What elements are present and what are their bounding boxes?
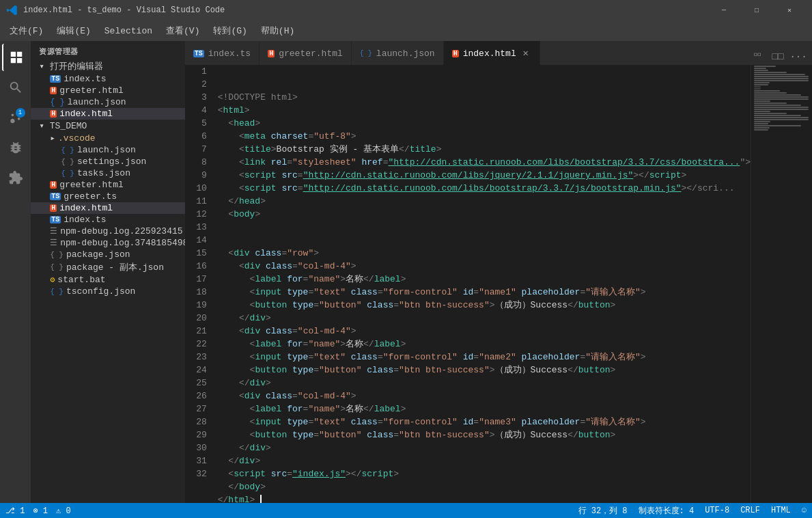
tab-launch-json[interactable]: { } launch.json <box>352 41 444 65</box>
file-label: tasks.json <box>77 168 130 178</box>
open-file-index-html[interactable]: H index.html <box>31 108 185 120</box>
line-numbers: 1234567891011121314151617181920212223242… <box>185 65 212 503</box>
line-number: 16 <box>185 260 207 273</box>
activity-extensions[interactable] <box>2 164 29 191</box>
activity-explorer[interactable] <box>2 44 29 71</box>
open-file-label: index.html <box>59 109 113 119</box>
close-button[interactable]: ✕ <box>774 0 805 21</box>
line-number: 3 <box>185 91 207 104</box>
line-number: 5 <box>185 117 207 130</box>
open-editors-section[interactable]: ▾ 打开的编辑器 <box>31 59 185 73</box>
more-actions-button[interactable]: ··· <box>790 49 807 65</box>
package-json[interactable]: { } package.json <box>31 249 185 260</box>
index-ts[interactable]: TS index.ts <box>31 214 185 226</box>
menu-view[interactable]: 查看(V) <box>160 23 205 38</box>
tsconfig-json[interactable]: { } tsconfig.json <box>31 286 185 297</box>
package-copy-json[interactable]: { } package - 副本.json <box>31 260 185 274</box>
minimap-line <box>754 109 809 110</box>
line-number: 21 <box>185 325 207 338</box>
line-endings-status[interactable]: CRLF <box>740 506 760 515</box>
vscode-folder[interactable]: ▸ .vscode <box>31 132 185 144</box>
errors-status[interactable]: ⊗ 1 <box>33 506 48 516</box>
editor-area: TS index.ts H greeter.html { } launch.js… <box>185 41 812 503</box>
code-line: </div> <box>218 377 751 390</box>
layout-button[interactable]: □□ <box>770 49 786 65</box>
line-number: 24 <box>185 364 207 377</box>
minimap-line <box>754 86 761 87</box>
minimap-line <box>754 113 787 114</box>
line-number: 6 <box>185 130 207 143</box>
line-number: 22 <box>185 338 207 351</box>
file-icon: ☰ <box>50 226 57 236</box>
menu-edit[interactable]: 编辑(E) <box>51 23 96 38</box>
minimize-button[interactable]: ─ <box>708 0 740 21</box>
tab-greeter-html[interactable]: H greeter.html <box>260 41 352 65</box>
start-bat[interactable]: ⚙ start.bat <box>31 274 185 286</box>
project-section[interactable]: ▾ TS_DEMO <box>31 120 185 132</box>
npm-debug-2[interactable]: ☰ npm-debug.log.3748185498 <box>31 237 185 249</box>
minimap-line <box>754 74 805 75</box>
open-file-label: index.ts <box>64 74 106 84</box>
minimap <box>751 65 812 503</box>
line-number: 15 <box>185 247 207 260</box>
file-label: tsconfig.json <box>66 286 135 297</box>
file-icon: ☰ <box>50 238 57 248</box>
file-label: index.ts <box>64 215 106 225</box>
statusbar: ⎇ 1 ⊗ 1 ⚠ 0 行 32，列 8 制表符长度: 4 UTF-8 CRLF… <box>0 503 812 518</box>
activity-source-control[interactable]: 1 <box>2 104 29 131</box>
code-line: <div class="row"> <box>218 247 751 260</box>
code-line: </div> <box>218 312 751 325</box>
language-mode-status[interactable]: HTML <box>771 506 791 515</box>
file-label: package.json <box>66 249 130 260</box>
open-file-greeter-html[interactable]: H greeter.html <box>31 85 185 96</box>
git-branch-status[interactable]: ⎇ 1 <box>5 506 25 516</box>
file-label: greeter.html <box>59 180 124 190</box>
line-number: 26 <box>185 390 207 403</box>
greeter-html[interactable]: H greeter.html <box>31 179 185 191</box>
line-number: 30 <box>185 441 207 454</box>
file-label: package - 副本.json <box>66 261 164 273</box>
file-label: npm-debug.log.3748185498 <box>60 238 185 248</box>
tasks-json[interactable]: { } tasks.json <box>31 167 185 179</box>
html-tab-icon: H <box>452 50 459 57</box>
feedback-icon[interactable]: ☺ <box>802 506 807 515</box>
launch-json[interactable]: { } launch.json <box>31 144 185 156</box>
menu-file[interactable]: 文件(F) <box>4 23 48 38</box>
open-file-index-ts[interactable]: TS index.ts <box>31 73 185 85</box>
activity-debug[interactable] <box>2 134 29 161</box>
open-file-launch-json[interactable]: { } launch.json <box>31 96 185 108</box>
menu-help[interactable]: 帮助(H) <box>255 23 300 38</box>
code-line <box>218 221 751 234</box>
minimap-line <box>754 129 768 131</box>
json-bracket-icon: { } <box>50 251 64 259</box>
tab-close-button[interactable]: ✕ <box>520 48 531 59</box>
minimap-line <box>754 92 787 94</box>
bat-icon: ⚙ <box>50 275 55 285</box>
activity-search[interactable] <box>2 74 29 101</box>
maximize-button[interactable]: □ <box>741 0 772 21</box>
tab-index-html[interactable]: H index.html ✕ <box>444 41 540 65</box>
menu-goto[interactable]: 转到(G) <box>208 23 252 38</box>
code-line: <html> <box>218 104 751 117</box>
folder-icon: ▸ <box>50 133 55 144</box>
tab-size-status[interactable]: 制表符长度: 4 <box>639 505 695 517</box>
code-editor: 1234567891011121314151617181920212223242… <box>185 65 812 503</box>
cursor-position-status[interactable]: 行 32，列 8 <box>578 505 628 517</box>
index-html[interactable]: H index.html <box>31 202 185 214</box>
greeter-ts[interactable]: TS greeter.ts <box>31 191 185 202</box>
file-label: settings.json <box>77 156 146 167</box>
settings-json[interactable]: { } settings.json <box>31 156 185 167</box>
tab-index-ts[interactable]: TS index.ts <box>185 41 260 65</box>
split-editor-button[interactable] <box>749 49 766 65</box>
minimap-line <box>754 90 780 92</box>
line-number: 32 <box>185 467 207 480</box>
encoding-status[interactable]: UTF-8 <box>705 506 729 515</box>
menu-selection[interactable]: Selection <box>99 25 158 38</box>
npm-debug-1[interactable]: ☰ npm-debug.log.225923415 <box>31 226 185 237</box>
html-icon: H <box>50 110 57 118</box>
line-number: 4 <box>185 104 207 117</box>
ts-icon: TS <box>50 193 61 200</box>
ts-tab-icon: TS <box>193 50 204 57</box>
code-content[interactable]: <!DOCTYPE html><html> <head> <meta chars… <box>212 65 751 503</box>
warnings-status[interactable]: ⚠ 0 <box>56 506 71 516</box>
